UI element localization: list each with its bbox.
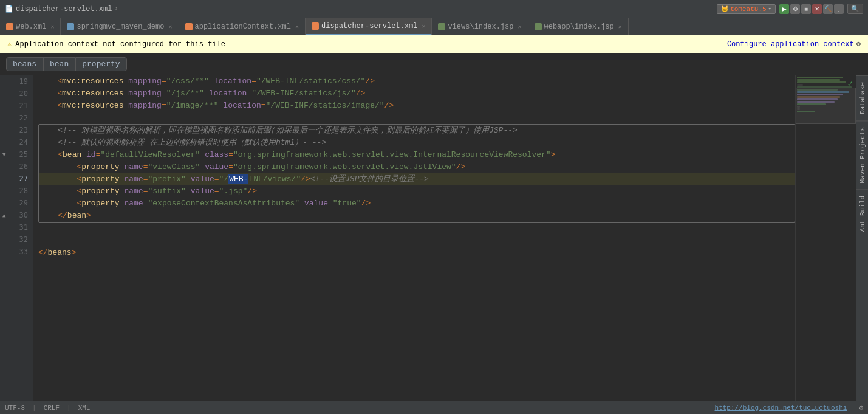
- code-scroll[interactable]: <mvc:resources mapping="/css/**" locatio…: [33, 75, 795, 401]
- status-line-sep2: |: [67, 404, 71, 412]
- tab-close-views[interactable]: ✕: [518, 23, 521, 30]
- ln-24: 24: [0, 136, 33, 148]
- ln-31: 31: [0, 221, 33, 233]
- tab-label-dispatcher: dispatcher-servlet.xml: [321, 22, 417, 30]
- ln-30: ▲30: [0, 209, 33, 221]
- tab-views-index[interactable]: views\index.jsp ✕: [432, 18, 528, 35]
- tomcat-badge[interactable]: 🐱 tomcat8.5 ▾: [717, 4, 776, 14]
- breadcrumb-arrow: ›: [114, 5, 118, 12]
- ln-33: 33: [0, 246, 33, 258]
- ln-32: 32: [0, 233, 33, 246]
- tab-label-views: views\index.jsp: [448, 22, 513, 31]
- tab-close-webapp[interactable]: ✕: [618, 23, 622, 30]
- configure-gear-icon[interactable]: ⚙: [856, 40, 861, 49]
- code-line-23: <!-- 对模型视图名称的解析，即在模型视图名称添加前后缀(如果最后一个还是表示…: [39, 125, 795, 137]
- ln-28: 28: [0, 185, 33, 197]
- code-line-28: <property name="suffix" value=".jsp"/>: [39, 185, 795, 198]
- ln-23: 23: [0, 124, 33, 136]
- debug-button[interactable]: ⚙: [790, 4, 800, 14]
- maven-panel-tab[interactable]: Maven Projects: [856, 120, 868, 189]
- run-button[interactable]: ▶: [779, 4, 789, 14]
- ln-25: ▼25: [0, 148, 33, 160]
- tab-close-appcontext[interactable]: ✕: [295, 23, 299, 30]
- status-bar: UTF-8 | CRLF | XML http://blog.csdn.net/…: [0, 401, 868, 414]
- java-icon: [67, 23, 74, 30]
- tab-web-xml[interactable]: web.xml ✕: [0, 18, 61, 35]
- tag-pill-property-label: property: [82, 60, 120, 69]
- tab-label-webapp: webapp\index.jsp: [544, 22, 614, 31]
- breadcrumb-text: dispatcher-servlet.xml: [16, 5, 112, 13]
- settings-button[interactable]: ⋮: [834, 4, 844, 14]
- code-line-20: <mvc:resources mapping="/js/**" location…: [38, 88, 795, 100]
- title-bar-right: 🐱 tomcat8.5 ▾ ▶ ⚙ ■ ✕ 🔨 ⋮ 🔍: [717, 4, 863, 14]
- configure-link[interactable]: Configure application context: [727, 40, 854, 49]
- warning-message: Application context not configured for t…: [15, 40, 225, 49]
- status-line-sep: |: [32, 404, 36, 412]
- ant-panel-tab[interactable]: Ant Build: [856, 189, 868, 238]
- ln-19: 19: [0, 75, 33, 88]
- tab-label-appcontext: applicationContext.xml: [195, 22, 291, 31]
- settings-gear-icon[interactable]: ⚙: [859, 404, 863, 412]
- tomcat-label: tomcat8.5: [730, 5, 766, 13]
- code-line-32: [38, 235, 795, 247]
- tomcat-icon: 🐱: [721, 5, 728, 13]
- tomcat-dropdown-icon: ▾: [768, 5, 771, 12]
- ln-26: 26: [0, 160, 33, 173]
- tab-close-web-xml[interactable]: ✕: [50, 23, 54, 30]
- tab-webapp-index[interactable]: webapp\index.jsp ✕: [528, 18, 629, 35]
- code-line-30: </bean>: [39, 210, 795, 222]
- status-encoding: UTF-8: [5, 404, 25, 412]
- tag-pills-bar: beans bean property: [0, 53, 868, 75]
- status-crlf: CRLF: [44, 404, 60, 412]
- title-bar: 📄 dispatcher-servlet.xml › 🐱 tomcat8.5 ▾…: [0, 0, 868, 18]
- tab-dispatcher[interactable]: dispatcher-servlet.xml ✕: [306, 18, 432, 35]
- xml-icon: [6, 23, 13, 30]
- stop-button[interactable]: ■: [801, 4, 811, 14]
- ln-27: 27: [0, 173, 33, 185]
- line-numbers: 19 20 21 22 23 24 ▼25 26 27 28 29 ▲30 31…: [0, 75, 33, 401]
- database-panel-tab[interactable]: Database: [856, 75, 868, 120]
- jsp-icon-2: [535, 23, 542, 30]
- code-line-33: </beans>: [38, 247, 795, 259]
- tab-close-springmvc[interactable]: ✕: [168, 23, 172, 30]
- warning-icon: ⚠: [7, 40, 12, 49]
- minimap: ✓: [795, 75, 856, 401]
- fold-arrow-25[interactable]: ▼: [2, 148, 5, 160]
- warning-bar: ⚠ Application context not configured for…: [0, 35, 868, 53]
- code-line-21: <mvc:resources mapping="/image/**" locat…: [38, 100, 795, 112]
- minimap-line-2: [797, 79, 840, 81]
- code-line-27: <property name="prefix" value="/WEB-INF/…: [39, 173, 795, 185]
- tag-pill-property[interactable]: property: [75, 57, 126, 71]
- tag-pill-bean-label: bean: [50, 60, 69, 69]
- status-blog-link[interactable]: http://blog.csdn.net/tuoluotuoshi: [715, 404, 847, 412]
- tag-pill-bean[interactable]: bean: [43, 57, 75, 71]
- tag-pill-beans-label: beans: [13, 60, 36, 69]
- tab-appcontext[interactable]: applicationContext.xml ✕: [179, 18, 306, 35]
- jsp-icon: [438, 23, 445, 30]
- xml-icon-2: [185, 23, 193, 30]
- minimap-line-3: [797, 81, 846, 83]
- tab-bar: web.xml ✕ springmvc_maven_demo ✕ applica…: [0, 18, 868, 35]
- code-line-19: <mvc:resources mapping="/css/**" locatio…: [38, 75, 795, 88]
- status-xml: XML: [78, 404, 91, 412]
- run-controls: ▶ ⚙ ■ ✕ 🔨 ⋮: [779, 4, 844, 14]
- bean-block: <!-- 对模型视图名称的解析，即在模型视图名称添加前后缀(如果最后一个还是表示…: [38, 124, 795, 223]
- code-line-22: [38, 112, 795, 124]
- app-container: 📄 dispatcher-servlet.xml › 🐱 tomcat8.5 ▾…: [0, 0, 868, 414]
- tab-label-springmvc: springmvc_maven_demo: [77, 22, 164, 31]
- code-line-31: [38, 223, 795, 235]
- code-line-26: <property name="viewClass" value="org.sp…: [39, 161, 795, 173]
- title-bar-left: 📄 dispatcher-servlet.xml ›: [5, 5, 118, 13]
- terminate-button[interactable]: ✕: [812, 4, 822, 14]
- fold-arrow-30[interactable]: ▲: [2, 209, 5, 221]
- tab-springmvc[interactable]: springmvc_maven_demo ✕: [61, 18, 179, 35]
- tab-close-dispatcher[interactable]: ✕: [422, 22, 425, 30]
- minimap-line-4: [797, 84, 803, 86]
- ln-21: 21: [0, 100, 33, 112]
- editor-body: 19 20 21 22 23 24 ▼25 26 27 28 29 ▲30 31…: [0, 75, 868, 401]
- build-button[interactable]: 🔨: [823, 4, 833, 14]
- tag-pill-beans[interactable]: beans: [6, 57, 43, 71]
- xml-icon-3: [312, 22, 319, 30]
- search-button[interactable]: 🔍: [847, 4, 863, 14]
- ln-22: 22: [0, 112, 33, 124]
